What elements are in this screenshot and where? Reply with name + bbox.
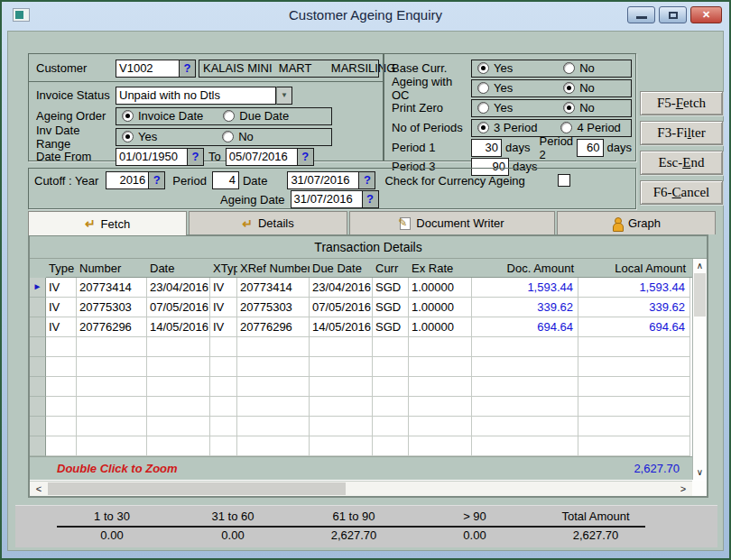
horizontal-scrollbar[interactable]: < > <box>30 481 692 496</box>
customer-code-field[interactable]: V1002 <box>116 60 180 78</box>
tab-details[interactable]: ↵ Details <box>189 211 347 234</box>
grid-total-value: 2,627.70 <box>634 462 680 475</box>
ageing-date-field[interactable]: 31/07/2016 <box>291 190 363 208</box>
cutoff-year-lookup-button[interactable]: ? <box>149 171 165 189</box>
selector-header-cell <box>30 259 46 278</box>
inv-date-range-no-radio[interactable] <box>222 131 234 142</box>
vertical-scrollbar[interactable]: ∧ ∨ <box>692 259 707 480</box>
table-row[interactable] <box>30 436 692 456</box>
summary-divider <box>57 526 645 528</box>
cutoff-date-label: Date <box>243 174 267 188</box>
fetch-icon: ↵ <box>85 217 96 230</box>
grid-header-row: Type Number Date XTyp XRef Number Due Da… <box>30 259 692 278</box>
summary-header-1-to-30: 1 to 30 <box>51 510 172 523</box>
print-zero-yes-label: Yes <box>494 101 513 115</box>
period1-days-label: days <box>505 141 530 154</box>
column-header: XTyp <box>210 259 237 278</box>
invoice-status-select[interactable]: Unpaid with no Dtls ▼ <box>116 87 292 105</box>
tab-graph[interactable]: Graph <box>557 211 716 234</box>
close-button[interactable]: ✕ <box>690 6 722 23</box>
print-zero-no-label: No <box>579 101 595 115</box>
ageing-order-due-date-radio[interactable] <box>223 110 235 122</box>
base-curr-no-label: No <box>579 61 595 75</box>
print-zero-no-radio[interactable] <box>563 102 575 114</box>
tab-fetch-label: Fetch <box>101 217 131 231</box>
ageing-with-oc-label: Ageing with OC <box>392 75 471 102</box>
horizontal-scroll-thumb[interactable] <box>48 482 346 495</box>
inv-date-range-yes-radio[interactable] <box>122 131 134 142</box>
period1-field[interactable]: 30 <box>471 139 502 157</box>
summary-header-61-to-90: 61 to 90 <box>293 510 414 523</box>
ageing-summary: 1 to 30 31 to 60 61 to 90 > 90 Total Amo… <box>15 505 717 547</box>
date-to-lookup-button[interactable]: ? <box>298 148 314 166</box>
four-period-radio[interactable] <box>560 122 572 133</box>
summary-value-1-to-30: 0.00 <box>51 528 172 542</box>
column-header: Type <box>46 259 77 278</box>
customer-name-value: KALAIS MINI MART MARSILING <box>199 60 379 78</box>
column-header: XRef Number <box>237 259 310 278</box>
tab-document-writer[interactable]: Document Writer <box>349 211 555 234</box>
divider <box>29 81 383 82</box>
ageing-with-oc-no-radio[interactable] <box>563 82 575 94</box>
transaction-grid: Transaction Details Type Number Date XTy… <box>28 234 708 498</box>
summary-header-total: Total Amount <box>535 510 656 523</box>
cutoff-year-field[interactable]: 2016 <box>106 171 149 189</box>
summary-header-over-90: > 90 <box>414 510 535 523</box>
date-from-lookup-button[interactable]: ? <box>188 148 204 166</box>
ageing-with-oc-yes-radio[interactable] <box>477 82 489 94</box>
invoice-status-value: Unpaid with no Dtls <box>116 87 276 105</box>
currency-ageing-checkbox[interactable] <box>558 174 570 187</box>
fetch-button[interactable]: F5-Fetch <box>640 91 723 115</box>
three-period-radio[interactable] <box>477 122 489 133</box>
column-header: Doc. Amount <box>472 259 578 278</box>
column-header: Ex Rate <box>409 259 472 278</box>
chevron-down-icon[interactable]: ▼ <box>276 87 292 105</box>
cutoff-period-label: Period <box>172 174 207 188</box>
table-row[interactable] <box>30 357 692 377</box>
ageing-order-invoice-date-radio[interactable] <box>122 110 134 122</box>
three-period-label: 3 Period <box>494 121 537 134</box>
cancel-button[interactable]: F6-Cancel <box>640 180 723 205</box>
base-curr-label: Base Curr. <box>392 61 471 75</box>
period2-field[interactable]: 60 <box>577 139 603 157</box>
vertical-scroll-thumb[interactable] <box>694 273 706 317</box>
customer-lookup-button[interactable]: ? <box>180 60 196 78</box>
end-button[interactable]: Esc-End <box>640 151 723 175</box>
period2-days-label: days <box>607 141 632 154</box>
base-curr-no-radio[interactable] <box>563 62 575 74</box>
scroll-left-icon[interactable]: < <box>32 482 46 496</box>
minimize-button[interactable] <box>627 6 655 23</box>
ageing-with-oc-yes-label: Yes <box>494 81 513 95</box>
base-curr-yes-radio[interactable] <box>477 62 489 74</box>
maximize-button[interactable] <box>659 6 687 23</box>
tab-fetch[interactable]: ↵ Fetch <box>28 211 187 235</box>
scroll-right-icon[interactable]: > <box>676 482 690 496</box>
inv-date-range-yes-label: Yes <box>138 130 157 143</box>
column-header: Due Date <box>310 259 373 278</box>
table-row[interactable] <box>30 397 692 417</box>
cutoff-date-field[interactable]: 31/07/2016 <box>287 171 359 189</box>
print-zero-yes-radio[interactable] <box>477 102 489 114</box>
cutoff-date-lookup-button[interactable]: ? <box>359 171 375 189</box>
double-click-hint: Double Click to Zoom <box>57 462 178 475</box>
table-row[interactable] <box>30 337 692 357</box>
cutoff-period-field[interactable]: 4 <box>212 171 239 189</box>
details-icon: ↵ <box>242 217 253 230</box>
scroll-down-icon[interactable]: ∨ <box>693 466 707 479</box>
base-curr-yes-label: Yes <box>494 61 513 75</box>
print-zero-label: Print Zero <box>392 101 471 115</box>
ageing-date-lookup-button[interactable]: ? <box>363 190 379 208</box>
column-header: Curr <box>373 259 409 278</box>
date-from-field[interactable]: 01/01/1950 <box>116 148 188 166</box>
table-row[interactable]: IV 20776296 14/05/2016 IV 20776296 14/05… <box>30 317 692 337</box>
no-of-periods-label: No of Periods <box>392 121 471 134</box>
date-to-field[interactable]: 05/07/2016 <box>226 148 298 166</box>
cutoff-year-label: Cutoff : Year <box>34 174 98 188</box>
scroll-up-icon[interactable]: ∧ <box>693 260 707 272</box>
filter-button[interactable]: F3-Filter <box>640 121 723 145</box>
table-row[interactable] <box>30 377 692 397</box>
table-row[interactable]: ► IV 20773414 23/04/2016 IV 20773414 23/… <box>30 278 692 298</box>
table-row[interactable] <box>30 417 692 436</box>
table-row[interactable]: IV 20775303 07/05/2016 IV 20775303 07/05… <box>30 298 692 317</box>
summary-value-61-to-90: 2,627.70 <box>293 528 414 542</box>
